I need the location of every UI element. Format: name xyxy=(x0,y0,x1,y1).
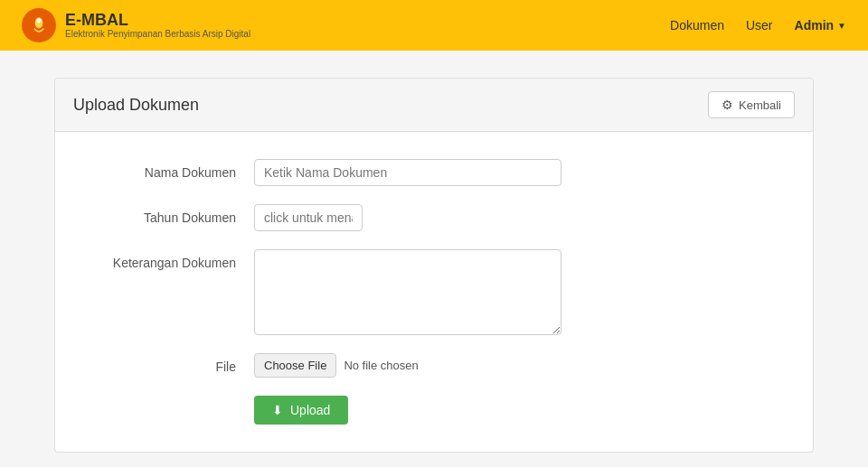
upload-icon: ⬇ xyxy=(272,403,283,417)
brand-name: E-MBAL xyxy=(65,12,250,30)
no-file-label: No file chosen xyxy=(344,359,418,372)
navbar-admin-dropdown[interactable]: Admin ▼ xyxy=(795,18,846,33)
keterangan-label: Keterangan Dokumen xyxy=(73,249,254,270)
tahun-dokumen-label: Tahun Dokumen xyxy=(73,204,254,225)
chevron-down-icon: ▼ xyxy=(837,21,846,31)
brand-logo xyxy=(22,8,56,42)
file-input-wrapper: Choose File No file chosen xyxy=(254,353,419,378)
page-title: Upload Dokumen xyxy=(73,96,199,115)
brand-text: E-MBAL Elektronik Penyimpanan Berbasis A… xyxy=(65,12,250,40)
keterangan-group: Keterangan Dokumen xyxy=(73,249,795,335)
tahun-dokumen-group: Tahun Dokumen xyxy=(73,204,795,231)
nav-dokumen[interactable]: Dokumen xyxy=(670,18,724,33)
file-label: File xyxy=(73,353,254,374)
nama-dokumen-input[interactable] xyxy=(254,159,561,186)
choose-file-button[interactable]: Choose File xyxy=(254,353,336,378)
nav-user[interactable]: User xyxy=(746,18,773,33)
brand-subtitle: Elektronik Penyimpanan Berbasis Arsip Di… xyxy=(65,29,250,39)
form-action: ⬇ Upload xyxy=(254,396,795,425)
upload-label: Upload xyxy=(290,403,330,417)
kembali-button[interactable]: ⚙ Kembali xyxy=(708,91,795,118)
card-header: Upload Dokumen ⚙ Kembali xyxy=(55,79,813,132)
navbar: E-MBAL Elektronik Penyimpanan Berbasis A… xyxy=(0,0,868,51)
upload-card: Upload Dokumen ⚙ Kembali Nama Dokumen Ta… xyxy=(54,78,814,453)
svg-point-2 xyxy=(36,18,41,23)
nama-dokumen-label: Nama Dokumen xyxy=(73,159,254,180)
main-content: Upload Dokumen ⚙ Kembali Nama Dokumen Ta… xyxy=(0,51,868,467)
tahun-dokumen-input[interactable] xyxy=(254,204,363,231)
brand: E-MBAL Elektronik Penyimpanan Berbasis A… xyxy=(22,8,250,42)
file-group: File Choose File No file chosen xyxy=(73,353,795,378)
keterangan-input[interactable] xyxy=(254,249,561,335)
card-body: Nama Dokumen Tahun Dokumen Keterangan Do… xyxy=(55,132,813,452)
kembali-label: Kembali xyxy=(739,98,781,112)
upload-button[interactable]: ⬇ Upload xyxy=(254,396,348,425)
choose-file-label: Choose File xyxy=(264,359,326,372)
nama-dokumen-group: Nama Dokumen xyxy=(73,159,795,186)
navbar-links: Dokumen User Admin ▼ xyxy=(670,18,846,33)
admin-label: Admin xyxy=(795,18,835,33)
gear-icon: ⚙ xyxy=(722,98,733,112)
